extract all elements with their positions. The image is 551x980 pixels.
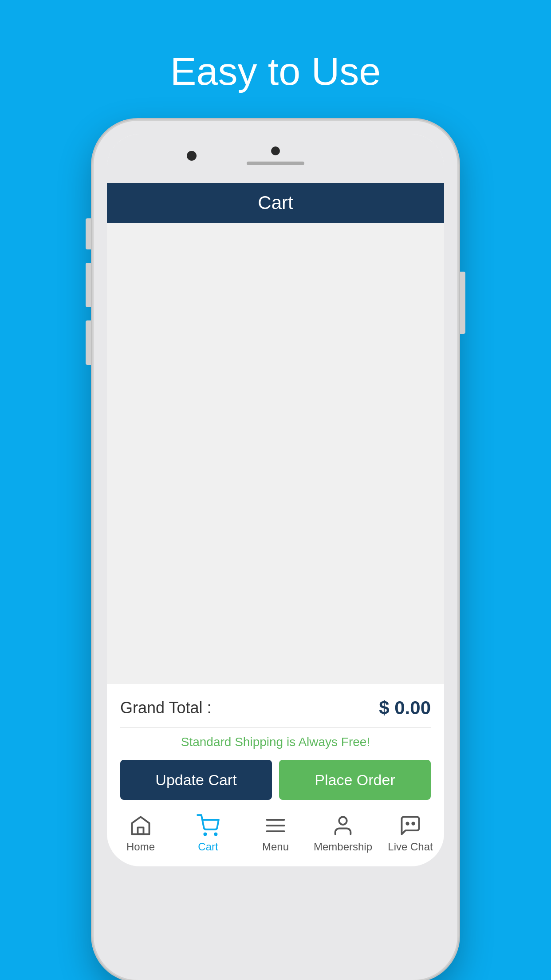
update-cart-button[interactable]: Update Cart <box>120 760 272 800</box>
nav-item-home[interactable]: Home <box>107 800 174 866</box>
svg-point-8 <box>412 822 414 824</box>
cart-icon <box>197 814 220 837</box>
home-icon <box>129 814 152 837</box>
app-header: Cart <box>107 183 444 223</box>
side-button-mute <box>86 320 91 365</box>
phone-top-bar <box>107 134 444 183</box>
svg-rect-0 <box>138 827 144 834</box>
bottom-nav: Home Cart <box>107 800 444 866</box>
app-header-title: Cart <box>258 192 293 213</box>
page-title: Easy to Use <box>170 49 381 94</box>
nav-label-cart: Cart <box>198 841 218 853</box>
cart-bottom-section: Grand Total : $ 0.00 Standard Shipping i… <box>107 684 444 800</box>
svg-point-6 <box>339 817 346 824</box>
grand-total-row: Grand Total : $ 0.00 <box>120 697 431 728</box>
action-buttons: Update Cart Place Order <box>120 760 431 800</box>
place-order-button[interactable]: Place Order <box>279 760 431 800</box>
nav-label-live-chat: Live Chat <box>388 841 433 853</box>
nav-item-live-chat[interactable]: Live Chat <box>377 800 444 866</box>
front-camera <box>271 146 280 155</box>
membership-icon <box>331 814 354 837</box>
app-content: Cart Grand Total : $ 0.00 Standard Shipp… <box>107 183 444 866</box>
nav-item-membership[interactable]: Membership <box>309 800 377 866</box>
svg-point-7 <box>406 822 408 824</box>
side-button-volume-down <box>86 263 91 307</box>
speaker-grill <box>247 162 304 165</box>
cart-main-area <box>107 223 444 684</box>
grand-total-label: Grand Total : <box>120 699 211 717</box>
nav-label-menu: Menu <box>262 841 289 853</box>
live-chat-icon <box>399 814 422 837</box>
shipping-notice: Standard Shipping is Always Free! <box>120 735 431 749</box>
nav-label-home: Home <box>126 841 155 853</box>
nav-item-cart[interactable]: Cart <box>174 800 242 866</box>
svg-point-1 <box>204 833 206 835</box>
phone-frame: Cart Grand Total : $ 0.00 Standard Shipp… <box>94 121 457 980</box>
nav-item-menu[interactable]: Menu <box>242 800 309 866</box>
grand-total-amount: $ 0.00 <box>379 697 431 719</box>
menu-icon <box>264 814 287 837</box>
nav-label-membership: Membership <box>314 841 372 853</box>
side-button-volume-up <box>86 218 91 249</box>
phone-inner: Cart Grand Total : $ 0.00 Standard Shipp… <box>107 134 444 866</box>
front-camera-secondary <box>187 151 197 161</box>
svg-point-2 <box>215 833 216 835</box>
side-button-power <box>460 272 465 334</box>
